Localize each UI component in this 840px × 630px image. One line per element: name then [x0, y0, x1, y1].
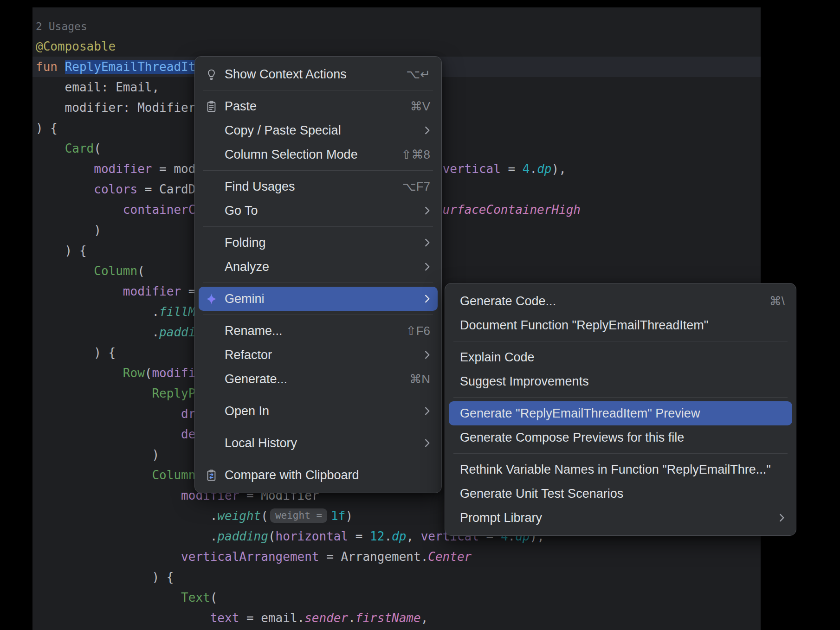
code-token: verticalArrangement [181, 550, 319, 564]
menu-item-label: Generate Code... [460, 294, 556, 309]
code-token: vertical [443, 162, 501, 176]
menu-item-open-in[interactable]: Open In [199, 399, 438, 423]
menu-item-label: Local History [225, 436, 297, 450]
code-token: sender [304, 611, 348, 625]
code-token: dp [537, 162, 551, 176]
menu-item-rethink-variable-names-in-function-replyemailthre[interactable]: Rethink Variable Names in Function "Repl… [449, 457, 792, 482]
menu-item-prompt-library[interactable]: Prompt Library [449, 506, 792, 530]
menu-item-label: Generate... [225, 372, 287, 386]
code-token: 1f [331, 509, 345, 523]
chevron-right-icon [410, 406, 430, 416]
code-token: ( [145, 366, 152, 380]
code-token [36, 264, 94, 278]
lightbulb-icon [204, 67, 218, 81]
code-token: = [348, 529, 370, 543]
menu-item-explain-code[interactable]: Explain Code [449, 345, 792, 369]
menu-item-label: Generate Compose Previews for this file [460, 431, 684, 445]
menu-item-column-selection-mode[interactable]: Column Selection Mode⇧⌘8 [199, 142, 438, 167]
menu-item-generate-code[interactable]: Generate Code...⌘\ [449, 289, 792, 313]
code-token [36, 162, 94, 176]
context-menu: Show Context Actions⌥↵Paste⌘VCopy / Past… [194, 56, 442, 493]
selected-identifier: ReplyEmailThreadItem [65, 60, 210, 74]
code-token [36, 468, 152, 482]
menu-icon-placeholder [204, 372, 218, 386]
code-token [36, 203, 123, 217]
menu-item-find-usages[interactable]: Find Usages⌥F7 [199, 174, 438, 199]
menu-item-generate[interactable]: Generate...⌘N [199, 367, 438, 391]
code-token [36, 591, 181, 604]
code-token: ) [36, 223, 101, 237]
chevron-right-icon [765, 513, 785, 523]
menu-item-generate-compose-previews-for-this-file[interactable]: Generate Compose Previews for this file [449, 425, 792, 450]
chevron-right-icon [410, 438, 430, 448]
menu-shortcut: ⇧⌘8 [383, 148, 430, 162]
menu-item-refactor[interactable]: Refactor [199, 343, 438, 367]
code-token: ( [137, 264, 145, 278]
code-token [36, 182, 94, 196]
code-token: Text [181, 591, 210, 604]
code-token: modifier [94, 162, 152, 176]
menu-item-label: Suggest Improvements [460, 374, 589, 389]
menu-shortcut: ⌥↵ [388, 67, 430, 82]
menu-item-analyze[interactable]: Analyze [199, 255, 438, 279]
menu-item-label: Paste [225, 99, 257, 114]
menu-item-label: Prompt Library [460, 511, 542, 525]
code-token: 4 [523, 162, 530, 176]
menu-item-generate-replyemailthreaditem-preview[interactable]: Generate "ReplyEmailThreadItem" Preview [449, 401, 792, 425]
code-token: @Composable [36, 39, 116, 53]
code-token: ) { [36, 346, 116, 360]
menu-shortcut: ⌘V [392, 99, 430, 114]
code-line: @Composable [32, 36, 761, 57]
code-token: modifier [123, 284, 181, 298]
menu-item-compare-with-clipboard[interactable]: Compare with Clipboard [199, 463, 438, 487]
chevron-right-icon [410, 262, 430, 272]
menu-item-label: Open In [225, 404, 269, 418]
menu-item-gemini[interactable]: Gemini [199, 287, 438, 311]
menu-separator [203, 90, 433, 90]
code-token: . [36, 529, 217, 543]
code-token [36, 611, 210, 625]
clipboard-paste-icon [204, 99, 218, 113]
menu-item-local-history[interactable]: Local History [199, 431, 438, 455]
code-token: = [501, 162, 523, 176]
code-token: . [36, 509, 217, 523]
code-token: ) { [36, 244, 87, 257]
menu-item-rename[interactable]: Rename...⇧F6 [199, 319, 438, 343]
code-token: ( [210, 591, 218, 604]
code-token [36, 407, 181, 421]
code-token [36, 284, 123, 298]
menu-item-generate-unit-test-scenarios[interactable]: Generate Unit Test Scenarios [449, 482, 792, 506]
code-token: Column [152, 468, 195, 482]
code-token: . [36, 325, 159, 339]
menu-item-copy-paste-special[interactable]: Copy / Paste Special [199, 118, 438, 142]
code-token: ( [268, 529, 276, 543]
menu-item-label: Refactor [225, 348, 272, 362]
menu-item-show-context-actions[interactable]: Show Context Actions⌥↵ [199, 62, 438, 86]
menu-item-label: Generate "ReplyEmailThreadItem" Preview [460, 406, 700, 421]
screenshot-root: { "colors": { "outer_bg": "#000000", "ed… [0, 0, 840, 630]
code-token [36, 141, 65, 155]
menu-item-folding[interactable]: Folding [199, 231, 438, 255]
menu-icon-placeholder [204, 123, 218, 137]
menu-item-suggest-improvements[interactable]: Suggest Improvements [449, 369, 792, 393]
code-token: fun [36, 60, 65, 74]
chevron-right-icon [410, 350, 430, 360]
menu-item-label: Document Function "ReplyEmailThreadItem" [460, 318, 708, 333]
menu-separator [203, 283, 433, 283]
code-token [36, 489, 181, 502]
menu-item-label: Explain Code [460, 350, 535, 365]
menu-icon-placeholder [204, 180, 218, 193]
code-token: . [530, 162, 537, 176]
menu-item-paste[interactable]: Paste⌘V [199, 94, 438, 118]
code-line: ) { [32, 567, 761, 587]
menu-item-go-to[interactable]: Go To [199, 199, 438, 223]
code-token: ) [345, 509, 353, 523]
code-token [36, 386, 152, 400]
code-token: 2 Usages [36, 20, 87, 32]
menu-item-label: Copy / Paste Special [225, 123, 341, 138]
code-line: style = MaterialTheme.typography.labelMe… [32, 628, 761, 630]
menu-separator [203, 459, 433, 459]
code-token: horizontal [276, 529, 349, 543]
menu-item-document-function-replyemailthreaditem[interactable]: Document Function "ReplyEmailThreadItem" [449, 313, 792, 337]
code-token: = Arrangement. [319, 550, 428, 564]
